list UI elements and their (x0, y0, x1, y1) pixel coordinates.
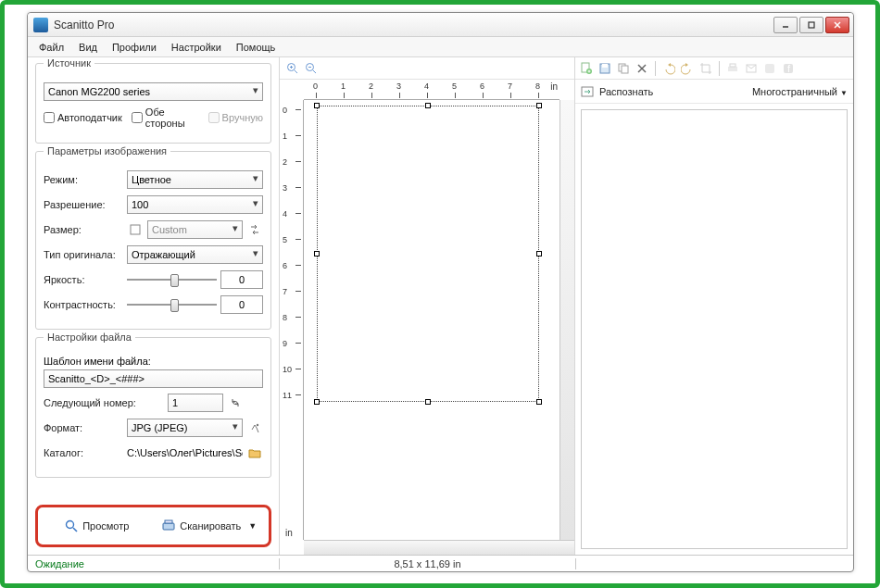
manual-checkbox: Вручную (208, 112, 263, 123)
svg-rect-1 (809, 22, 814, 28)
svg-rect-22 (602, 64, 608, 68)
settings-panel: Источник Canon MG2200 series Автоподатчи… (28, 57, 280, 555)
brightness-label: Яркость: (44, 274, 123, 285)
source-group: Источник Canon MG2200 series Автоподатчи… (35, 63, 271, 144)
preview-canvas[interactable]: in 012345678 in 01234567891011 (280, 80, 574, 555)
original-type-label: Тип оригинала: (44, 249, 123, 260)
contrast-label: Контрастность: (44, 299, 123, 310)
directory-path: C:\Users\Олег\Pictures\Scanit (127, 447, 243, 458)
svg-rect-30 (765, 64, 774, 73)
svg-rect-28 (730, 64, 735, 67)
both-sides-checkbox[interactable]: Обе стороны (132, 106, 199, 129)
recognize-row: Распознать Многостраничный ▼ (575, 80, 853, 104)
menu-settings[interactable]: Настройки (166, 40, 227, 55)
undo-icon[interactable] (661, 61, 676, 76)
filename-template-input[interactable] (44, 369, 263, 388)
mode-label: Режим: (44, 174, 123, 185)
save-icon[interactable] (597, 61, 612, 76)
menu-profiles[interactable]: Профили (107, 40, 162, 55)
lock-aspect-icon[interactable] (127, 221, 144, 238)
crop-icon[interactable] (698, 61, 713, 76)
status-text: Ожидание (28, 558, 92, 569)
svg-rect-8 (163, 523, 174, 530)
h-ruler-unit: in (550, 81, 558, 92)
preview-panel: in 012345678 in 01234567891011 (280, 57, 575, 555)
multipage-dropdown[interactable]: Многостраничный ▼ (752, 86, 848, 97)
format-select[interactable]: JPG (JPEG) (127, 419, 243, 437)
chevron-down-icon: ▼ (840, 89, 848, 97)
menu-view[interactable]: Вид (73, 40, 103, 55)
add-page-icon[interactable] (579, 61, 594, 76)
size-label: Размер: (44, 224, 123, 235)
copy-icon[interactable] (616, 61, 631, 76)
brightness-value[interactable] (220, 270, 263, 289)
brightness-slider[interactable] (127, 271, 217, 288)
source-legend: Источник (44, 57, 94, 69)
menubar: Файл Вид Профили Настройки Помощь (28, 37, 853, 57)
preview-button[interactable]: Просмотр (45, 515, 149, 537)
svg-rect-4 (131, 225, 140, 234)
filename-template-label: Шаблон имени файла: (44, 356, 263, 367)
file-settings-group: Настройки файла Шаблон имени файла: След… (35, 337, 271, 478)
window-title: Scanitto Pro (54, 19, 773, 31)
magnifier-icon (65, 519, 78, 532)
image-params-group: Параметры изображения Режим:Цветное Разр… (35, 151, 271, 330)
autofeed-checkbox[interactable]: Автоподатчик (44, 112, 122, 123)
recognize-label[interactable]: Распознать (599, 86, 653, 97)
print-icon[interactable] (725, 61, 740, 76)
scan-label: Сканировать (180, 520, 241, 532)
recognize-icon (581, 85, 594, 98)
mode-select[interactable]: Цветное (127, 170, 263, 189)
contrast-slider[interactable] (127, 296, 217, 313)
next-number-input[interactable] (168, 394, 223, 412)
share-icon[interactable] (762, 61, 777, 76)
vertical-scrollbar[interactable] (559, 100, 574, 540)
status-size: 8,51 x 11,69 in (280, 558, 576, 569)
resolution-label: Разрешение: (44, 199, 123, 210)
thumbnail-list[interactable] (581, 109, 848, 549)
close-button[interactable] (825, 17, 849, 33)
size-swap-icon[interactable] (246, 221, 263, 238)
facebook-icon[interactable]: f (781, 61, 796, 76)
svg-rect-24 (622, 66, 628, 73)
minimize-button[interactable] (773, 17, 798, 33)
preview-toolbar (280, 57, 574, 80)
thumbnails-panel: f Распознать Многостраничный ▼ (575, 57, 853, 555)
reset-number-icon[interactable] (227, 394, 244, 411)
preview-label: Просмотр (82, 520, 129, 532)
maximize-button[interactable] (799, 17, 823, 33)
format-settings-icon[interactable] (246, 419, 263, 436)
horizontal-scrollbar[interactable] (304, 540, 574, 555)
svg-point-6 (67, 521, 74, 529)
svg-line-11 (295, 70, 297, 73)
zoom-in-icon[interactable] (285, 61, 300, 76)
browse-folder-icon[interactable] (246, 444, 263, 461)
file-legend: Настройки файла (44, 332, 135, 343)
scan-button[interactable]: Сканировать ▼ (158, 515, 262, 537)
horizontal-ruler: in 012345678 (304, 80, 559, 100)
vertical-ruler: in 01234567891011 (280, 100, 304, 540)
svg-rect-9 (165, 520, 172, 523)
resolution-select[interactable]: 100 (127, 195, 263, 214)
svg-point-5 (257, 424, 258, 426)
size-select[interactable]: Custom (147, 220, 243, 239)
titlebar: Scanitto Pro (28, 13, 853, 37)
redo-icon[interactable] (680, 61, 695, 76)
app-icon (33, 18, 48, 32)
scan-area[interactable] (317, 106, 539, 402)
app-window: Scanitto Pro Файл Вид Профили Настройки … (27, 12, 854, 572)
delete-icon[interactable] (635, 61, 649, 76)
image-legend: Параметры изображения (44, 145, 170, 156)
source-device-select[interactable]: Canon MG2200 series (44, 82, 263, 101)
email-icon[interactable] (744, 61, 759, 76)
zoom-out-icon[interactable] (304, 61, 319, 76)
menu-file[interactable]: Файл (33, 40, 69, 55)
contrast-value[interactable] (220, 295, 263, 314)
right-toolbar: f (575, 57, 853, 80)
original-type-select[interactable]: Отражающий (127, 245, 263, 264)
statusbar: Ожидание 8,51 x 11,69 in (28, 555, 853, 571)
menu-help[interactable]: Помощь (231, 40, 282, 55)
scanner-icon (162, 519, 175, 532)
v-ruler-unit: in (285, 528, 293, 538)
scan-actions-highlight: Просмотр Сканировать ▼ (35, 505, 271, 547)
